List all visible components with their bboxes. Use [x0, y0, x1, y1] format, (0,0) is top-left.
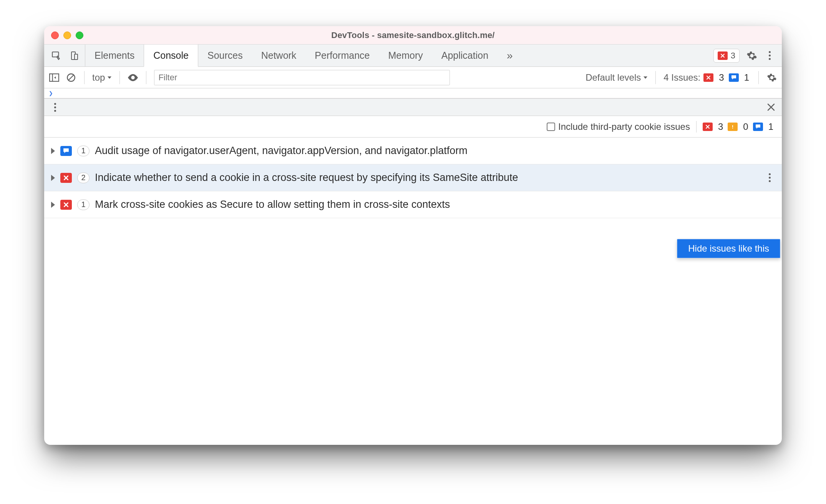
console-prompt[interactable]: ❯ [44, 88, 782, 98]
tab-performance[interactable]: Performance [305, 45, 379, 66]
issue-counts: 3 0 1 [703, 121, 775, 132]
tab-sources[interactable]: Sources [198, 45, 252, 66]
titlebar: DevTools - samesite-sandbox.glitch.me/ [44, 26, 782, 45]
window-title: DevTools - samesite-sandbox.glitch.me/ [44, 30, 782, 40]
svg-rect-2 [75, 54, 78, 60]
drawer-more-icon[interactable] [50, 102, 60, 113]
live-expression-eye-icon[interactable] [128, 72, 138, 83]
issue-row[interactable]: 1 Audit usage of navigator.userAgent, na… [44, 138, 782, 164]
expand-icon[interactable] [51, 175, 55, 181]
svg-rect-5 [732, 125, 733, 127]
context-label: top [92, 72, 105, 83]
gear-icon[interactable] [746, 50, 757, 61]
tab-elements[interactable]: Elements [85, 45, 144, 66]
log-levels-dropdown[interactable]: Default levels [585, 72, 648, 83]
log-levels-label: Default levels [585, 72, 641, 83]
separator [84, 71, 85, 84]
issue-title: Audit usage of navigator.userAgent, navi… [95, 145, 468, 157]
separator [655, 71, 656, 84]
issue-row[interactable]: 1 Mark cross-site cookies as Secure to a… [44, 191, 782, 218]
context-menu-hide-issues[interactable]: Hide issues like this [677, 239, 780, 258]
error-x-icon [60, 173, 72, 183]
info-speech-icon [60, 146, 72, 156]
issues-summary[interactable]: 4 Issues: 3 1 [663, 72, 751, 83]
error-count: 3 [731, 51, 735, 61]
drawer-header [44, 98, 782, 116]
error-x-icon [703, 123, 713, 131]
issues-toolbar: Include third-party cookie issues 3 0 1 [44, 116, 782, 138]
expand-icon[interactable] [51, 202, 55, 208]
tabbar-right-controls: 3 [707, 45, 782, 66]
issue-count-badge: 2 [77, 172, 90, 183]
context-selector[interactable]: top [92, 72, 112, 83]
issues-label: 4 Issues: [663, 72, 700, 83]
warn-count: 0 [743, 121, 748, 132]
info-speech-icon [753, 123, 763, 131]
console-settings-gear-icon[interactable] [766, 72, 777, 83]
context-menu-label: Hide issues like this [688, 243, 769, 254]
error-count: 3 [718, 121, 723, 132]
error-pill[interactable]: 3 [713, 49, 740, 63]
tabs-container: Elements Console Sources Network Perform… [85, 45, 707, 66]
tab-application[interactable]: Application [432, 45, 498, 66]
issue-count-badge: 1 [77, 199, 90, 210]
console-sidebar-toggle-icon[interactable] [49, 72, 60, 83]
warning-icon [728, 123, 738, 131]
info-speech-icon [729, 73, 739, 82]
empty-area [44, 218, 782, 445]
issue-row-menu-icon[interactable] [764, 172, 775, 183]
tab-overflow-button[interactable]: » [498, 45, 522, 66]
issues-error-count: 3 [719, 72, 724, 83]
tab-console[interactable]: Console [144, 45, 198, 67]
svg-rect-6 [732, 128, 733, 128]
checkbox-label: Include third-party cookie issues [558, 121, 690, 132]
expand-icon[interactable] [51, 148, 55, 154]
error-x-icon [60, 200, 72, 210]
separator [119, 71, 120, 84]
issue-title: Indicate whether to send a cookie in a c… [95, 172, 518, 184]
issue-title: Mark cross-site cookies as Secure to all… [95, 199, 450, 211]
third-party-cookies-toggle[interactable]: Include third-party cookie issues [547, 121, 690, 132]
tab-memory[interactable]: Memory [379, 45, 432, 66]
devtools-window: DevTools - samesite-sandbox.glitch.me/ E… [44, 26, 782, 445]
issues-info-count: 1 [744, 72, 749, 83]
inspect-element-icon[interactable] [51, 50, 62, 61]
checkbox-icon [547, 123, 555, 131]
tab-network[interactable]: Network [252, 45, 306, 66]
info-count: 1 [768, 121, 773, 132]
separator [146, 71, 146, 84]
device-toolbar-icon[interactable] [69, 50, 80, 61]
separator [696, 121, 697, 133]
clear-console-icon[interactable] [66, 72, 76, 83]
error-x-icon [703, 73, 713, 82]
error-x-icon [718, 51, 728, 60]
tabbar-left-controls [44, 45, 85, 66]
filter-input[interactable] [154, 70, 450, 85]
close-drawer-icon[interactable] [766, 102, 776, 113]
main-tab-bar: Elements Console Sources Network Perform… [44, 45, 782, 67]
issue-count-badge: 1 [77, 146, 90, 156]
issue-row[interactable]: 2 Indicate whether to send a cookie in a… [44, 164, 782, 191]
console-toolbar: top Default levels 4 Issues: 3 1 [44, 67, 782, 88]
separator [758, 71, 759, 84]
more-menu-icon[interactable] [764, 50, 775, 61]
prompt-caret-icon: ❯ [49, 89, 53, 97]
